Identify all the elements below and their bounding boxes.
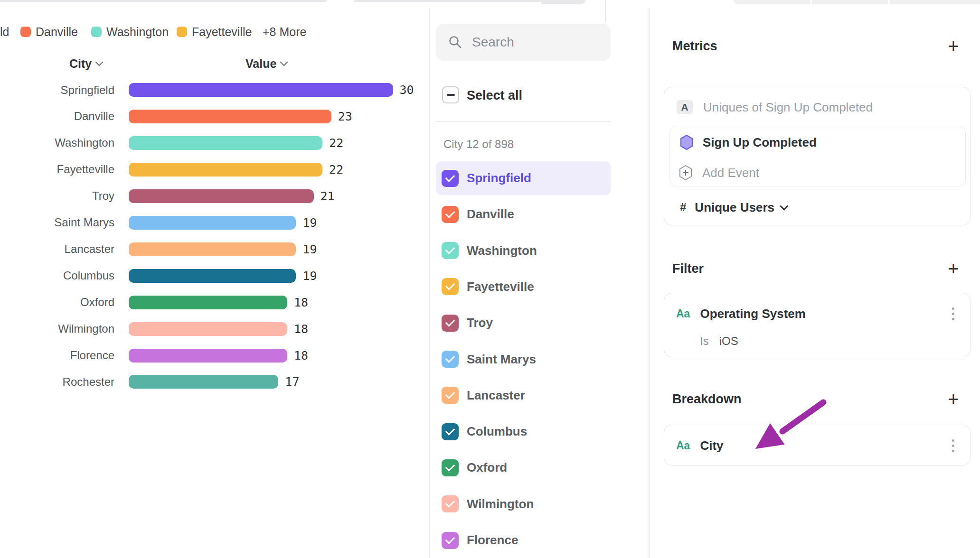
checkmark-icon <box>445 244 455 254</box>
metric-card[interactable]: A Uniques of Sign Up Completed Sign Up C… <box>664 87 971 225</box>
chart-row: Oxford18 <box>0 289 308 316</box>
kebab-menu-icon[interactable] <box>952 307 954 320</box>
city-label: Columbus <box>467 424 527 439</box>
kebab-menu-icon[interactable] <box>952 439 954 452</box>
chart-value-label: 19 <box>302 269 317 283</box>
city-label: Oxford <box>467 460 507 475</box>
list-divider <box>436 121 611 122</box>
city-checkbox[interactable] <box>442 495 459 512</box>
add-breakdown-button[interactable]: + <box>945 391 962 408</box>
city-label: Lancaster <box>467 388 525 403</box>
segmented-control-edge[interactable] <box>734 0 980 4</box>
legend-item-danville[interactable]: Danville <box>36 25 78 39</box>
city-checkbox[interactable] <box>442 278 459 295</box>
legend-item-truncated[interactable]: ld <box>0 25 9 39</box>
add-metric-button[interactable]: + <box>945 37 962 55</box>
chart-row: Wilmington18 <box>0 316 308 342</box>
chart-category-label: Oxford <box>0 296 114 309</box>
chart-bar[interactable] <box>129 83 393 97</box>
city-checkbox[interactable] <box>442 170 459 187</box>
search-placeholder: Search <box>472 35 514 50</box>
segment-divider <box>888 0 890 4</box>
city-list-item[interactable]: Springfield <box>436 161 611 195</box>
chart-row: Rochester17 <box>0 369 299 395</box>
hexagon-shape <box>681 135 692 149</box>
city-list-item[interactable]: Fayetteville <box>436 270 611 304</box>
chart-value-label: 23 <box>338 110 352 123</box>
breakdown-card[interactable]: Aa City <box>664 425 971 465</box>
city-list-item[interactable]: Troy <box>436 306 611 340</box>
breakdown-property: City <box>700 438 723 453</box>
legend-swatch-danville <box>20 27 31 37</box>
metric-title-row[interactable]: A Uniques of Sign Up Completed <box>664 99 970 116</box>
chart-bar[interactable] <box>129 163 322 177</box>
city-list-item[interactable]: Wilmington <box>436 487 611 521</box>
search-input[interactable]: Search <box>436 24 611 61</box>
chart-bar[interactable] <box>129 110 331 123</box>
city-checkbox[interactable] <box>442 315 459 332</box>
indeterminate-icon <box>447 94 455 96</box>
chart-bar[interactable] <box>129 349 287 363</box>
chart-bar[interactable] <box>129 322 287 336</box>
checkmark-icon <box>445 353 455 363</box>
city-label: Springfield <box>467 171 531 186</box>
city-list-item[interactable]: Oxford <box>436 451 611 484</box>
chart-bar[interactable] <box>129 296 287 309</box>
chart-sort-city[interactable]: City <box>69 56 102 71</box>
filter-property-row[interactable]: Aa Operating System <box>664 304 970 323</box>
breakdown-property-row[interactable]: Aa City <box>664 436 970 455</box>
chart-bar[interactable] <box>129 269 296 283</box>
chart-category-label: Danville <box>0 110 114 123</box>
select-all-label[interactable]: Select all <box>467 87 522 104</box>
city-list-item[interactable]: Danville <box>436 197 611 231</box>
chart-category-label: Troy <box>0 189 114 203</box>
legend-more-button[interactable]: +8 More <box>263 25 306 39</box>
city-checkbox[interactable] <box>442 532 459 549</box>
city-checkbox[interactable] <box>442 387 459 404</box>
chart-row: Fayetteville22 <box>0 156 343 183</box>
top-panel-edge-line <box>605 0 606 22</box>
filter-card[interactable]: Aa Operating System Is iOS <box>664 293 971 357</box>
add-filter-button[interactable]: + <box>945 260 962 277</box>
chart-row: Lancaster19 <box>0 236 317 262</box>
chart-value-label: 21 <box>320 189 335 203</box>
top-tab-edge <box>541 0 585 4</box>
city-list-item[interactable]: Columbus <box>436 415 611 448</box>
city-list-item[interactable]: Florence <box>436 523 611 557</box>
legend-item-fayetteville[interactable]: Fayetteville <box>192 25 252 39</box>
filter-condition-row[interactable]: Is iOS <box>664 333 970 350</box>
filter-value[interactable]: iOS <box>719 335 738 348</box>
city-checkbox[interactable] <box>442 242 459 259</box>
chart-bar[interactable] <box>129 242 296 256</box>
checkmark-icon <box>445 281 455 291</box>
chart-bar[interactable] <box>129 216 296 230</box>
city-list-item[interactable]: Washington <box>436 234 611 268</box>
add-event-row[interactable]: Add Event <box>670 163 965 182</box>
chart-row: Troy21 <box>0 183 335 209</box>
chart-category-label: Florence <box>0 349 114 362</box>
chart-bar[interactable] <box>129 375 278 389</box>
chart-row: Washington22 <box>0 130 343 156</box>
chart-column-city: City <box>69 57 92 71</box>
metric-letter-badge: A <box>677 100 693 114</box>
city-checkbox[interactable] <box>442 423 459 440</box>
city-list-item[interactable]: Saint Marys <box>436 343 611 376</box>
filter-operator[interactable]: Is <box>700 335 709 348</box>
select-all-checkbox[interactable] <box>442 86 459 103</box>
city-checkbox[interactable] <box>442 206 459 223</box>
measurement-selector[interactable]: # Unique Users <box>664 198 970 217</box>
chart-bar[interactable] <box>129 136 322 150</box>
city-checkbox[interactable] <box>442 351 459 368</box>
legend-item-washington[interactable]: Washington <box>106 25 169 39</box>
city-list-item[interactable]: Lancaster <box>436 379 611 412</box>
filter-heading: Filter <box>672 260 704 277</box>
metric-title: Uniques of Sign Up Completed <box>703 100 873 115</box>
segment-divider <box>810 0 812 4</box>
chart-value-label: 18 <box>294 322 308 336</box>
chart-bar[interactable] <box>129 189 314 203</box>
checkmark-icon <box>445 534 455 544</box>
city-checkbox[interactable] <box>442 459 459 476</box>
event-row[interactable]: Sign Up Completed <box>670 133 965 152</box>
add-event-label: Add Event <box>702 166 759 180</box>
chart-sort-value[interactable]: Value <box>245 56 287 71</box>
